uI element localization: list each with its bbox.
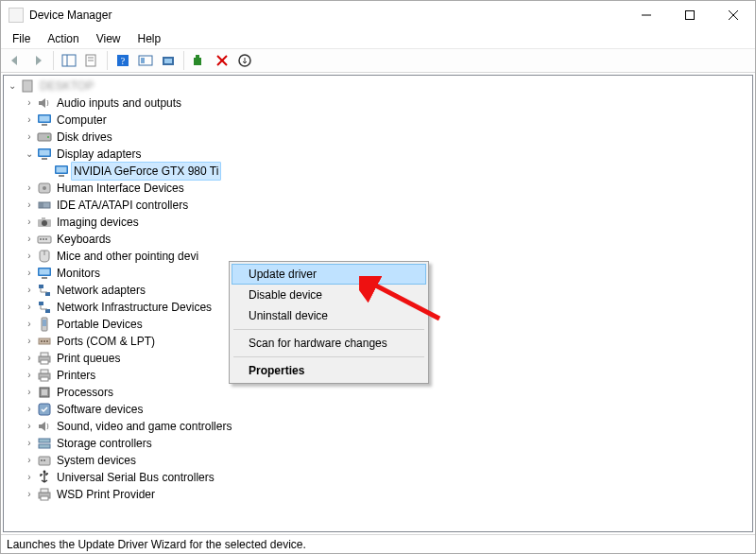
port-icon <box>37 334 52 349</box>
toolbar-back-button[interactable] <box>5 50 26 71</box>
menu-action[interactable]: Action <box>40 30 86 47</box>
chevron-right-icon[interactable]: › <box>23 199 36 212</box>
svg-rect-41 <box>40 238 42 240</box>
toolbar-scan-button[interactable] <box>135 50 156 71</box>
svg-rect-51 <box>45 309 50 313</box>
chevron-right-icon[interactable]: › <box>23 471 36 484</box>
tree-category[interactable]: ›Processors <box>6 384 752 401</box>
category-label: Processors <box>55 384 115 401</box>
tree-category[interactable]: ›System devices <box>6 452 752 469</box>
chevron-right-icon[interactable]: › <box>23 488 36 501</box>
chevron-down-icon[interactable]: ⌄ <box>23 147 36 161</box>
mouse-icon <box>37 249 52 264</box>
monitor-icon <box>37 147 52 162</box>
device-label: NVIDIA GeForce GTX 980 Ti <box>71 162 221 181</box>
tree-category[interactable]: ›Audio inputs and outputs <box>6 95 752 112</box>
toolbar-separator <box>53 51 54 70</box>
toolbar-properties-button[interactable] <box>81 50 102 71</box>
tree-category[interactable]: ⌄Display adapters <box>6 146 752 163</box>
tree-category[interactable]: ›Imaging devices <box>6 214 752 231</box>
chevron-right-icon[interactable]: › <box>23 386 36 399</box>
category-label: Keyboards <box>55 231 112 248</box>
device-tree-panel[interactable]: ⌄DESKTOP›Audio inputs and outputs›Comput… <box>3 75 753 532</box>
chevron-right-icon[interactable]: › <box>23 96 36 110</box>
chevron-right-icon[interactable]: › <box>23 301 36 314</box>
toolbar-update-button[interactable] <box>158 50 179 71</box>
context-menu-item[interactable]: Scan for hardware changes <box>232 333 426 354</box>
toolbar: ? <box>1 48 755 73</box>
tree-category[interactable]: ›Disk drives <box>6 129 752 146</box>
chevron-right-icon[interactable]: › <box>23 130 36 144</box>
chevron-right-icon[interactable]: › <box>23 403 36 416</box>
tree-root[interactable]: ⌄DESKTOP <box>6 78 752 95</box>
svg-rect-49 <box>45 292 50 296</box>
speaker-icon <box>37 95 52 111</box>
tree-category[interactable]: ›Human Interface Devices <box>6 180 752 197</box>
category-label: Printers <box>55 367 97 384</box>
minimize-button[interactable] <box>625 1 668 29</box>
category-label: Disk drives <box>55 129 114 146</box>
storage-icon <box>37 436 52 451</box>
chevron-right-icon[interactable]: › <box>23 352 36 365</box>
tree-category[interactable]: ›Software devices <box>6 401 752 418</box>
svg-rect-62 <box>41 370 48 373</box>
chevron-right-icon[interactable]: › <box>23 250 36 263</box>
chevron-right-icon[interactable]: › <box>23 113 36 127</box>
tree-category[interactable]: ›Universal Serial Bus controllers <box>6 469 752 486</box>
menu-view[interactable]: View <box>89 30 129 47</box>
toolbar-tree-button[interactable] <box>59 50 79 71</box>
context-menu-item[interactable]: Properties <box>232 360 426 381</box>
tree-category[interactable]: ›Computer <box>6 112 752 129</box>
context-menu-item[interactable]: Disable device <box>232 285 426 305</box>
svg-point-25 <box>47 136 49 138</box>
svg-rect-48 <box>39 285 43 288</box>
maximize-button[interactable] <box>668 1 712 29</box>
chevron-right-icon[interactable]: › <box>23 216 36 229</box>
tree-category[interactable]: ›IDE ATA/ATAPI controllers <box>6 197 752 214</box>
tree-category[interactable]: ›Storage controllers <box>6 435 752 452</box>
svg-point-71 <box>43 459 45 461</box>
printer-icon <box>37 368 52 383</box>
chevron-right-icon[interactable]: › <box>23 454 36 467</box>
chevron-right-icon[interactable]: › <box>23 437 36 450</box>
menu-help[interactable]: Help <box>130 30 169 47</box>
chevron-right-icon[interactable]: › <box>23 369 36 382</box>
tree-category[interactable]: ›WSD Print Provider <box>6 486 752 503</box>
chevron-right-icon[interactable]: › <box>23 318 36 331</box>
svg-rect-47 <box>42 277 47 279</box>
toolbar-forward-button[interactable] <box>27 50 48 71</box>
content-area: ⌄DESKTOP›Audio inputs and outputs›Comput… <box>1 73 755 534</box>
chevron-down-icon[interactable]: ⌄ <box>6 79 19 93</box>
category-label: Print queues <box>55 350 122 367</box>
chevron-right-icon[interactable]: › <box>23 267 36 280</box>
svg-point-38 <box>42 220 47 226</box>
tree-device[interactable]: ·NVIDIA GeForce GTX 980 Ti <box>6 163 752 180</box>
chevron-right-icon[interactable]: › <box>23 233 36 246</box>
close-button[interactable] <box>712 1 755 29</box>
svg-point-72 <box>43 471 46 474</box>
toolbar-uninstall-button[interactable] <box>212 50 232 71</box>
context-menu-item[interactable]: Uninstall device <box>232 305 426 326</box>
chevron-right-icon[interactable]: › <box>23 284 36 297</box>
menu-file[interactable]: File <box>5 30 38 47</box>
svg-rect-1 <box>686 11 695 20</box>
context-menu-item[interactable]: Update driver <box>232 264 426 285</box>
category-label: Software devices <box>55 401 145 418</box>
svg-rect-68 <box>39 444 50 448</box>
speaker-icon <box>37 419 52 434</box>
toolbar-legacy-button[interactable] <box>189 50 210 71</box>
svg-rect-63 <box>41 377 48 381</box>
svg-rect-75 <box>41 496 48 500</box>
tree-category[interactable]: ›Sound, video and game controllers <box>6 418 752 435</box>
printer-icon <box>37 487 52 502</box>
monitor-icon <box>37 113 52 128</box>
category-label: Monitors <box>55 265 102 282</box>
category-label: Universal Serial Bus controllers <box>55 469 216 486</box>
toolbar-disable-button[interactable] <box>234 50 255 71</box>
chevron-right-icon[interactable]: › <box>23 182 36 195</box>
toolbar-help-button[interactable]: ? <box>112 50 133 71</box>
chevron-right-icon[interactable]: › <box>23 335 36 348</box>
chevron-right-icon[interactable]: › <box>23 420 36 433</box>
ata-icon <box>37 198 52 213</box>
tree-category[interactable]: ›Keyboards <box>6 231 752 248</box>
